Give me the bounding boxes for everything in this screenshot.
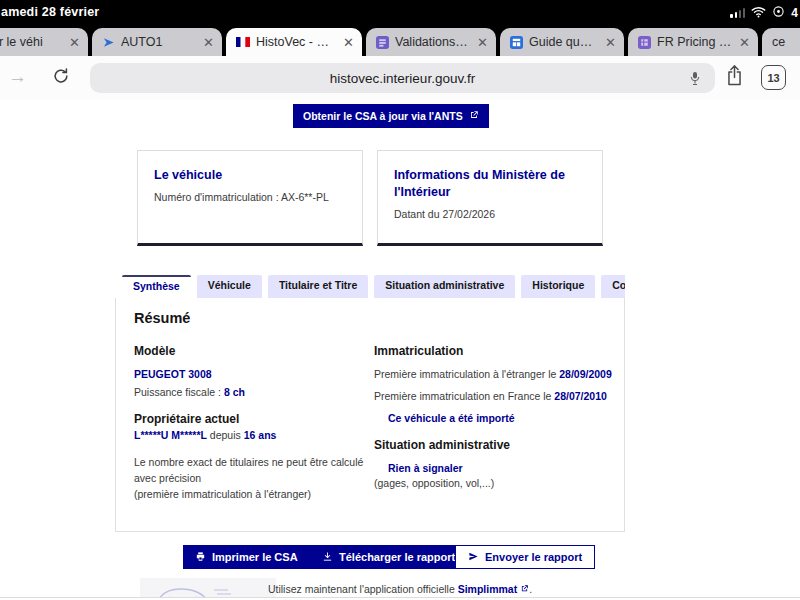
fiscal-power: Puissance fiscale : 8 ch — [134, 386, 366, 398]
confluence-favicon-icon — [510, 36, 523, 49]
tab-controles[interactable]: Contrôles techniques — [601, 275, 625, 298]
tab-overview-button[interactable]: 13 — [761, 65, 786, 90]
close-icon[interactable]: ✕ — [69, 36, 80, 49]
cellular-signal-icon — [730, 7, 745, 18]
owner-name: L*****U M*****L — [134, 429, 207, 441]
immat-line1-date: 28/09/2009 — [559, 368, 612, 380]
owner-years: 16 ans — [244, 429, 277, 441]
owner-line: L*****U M*****L depuis 16 ans — [134, 429, 366, 441]
situation-note: (gages, opposition, vol,...) — [374, 477, 612, 489]
report-tabs: Synthèse Véhicule Titulaire et Titre Sit… — [122, 275, 625, 298]
footer-period: . — [529, 583, 532, 595]
forward-icon[interactable]: → — [8, 66, 27, 88]
ants-csa-button[interactable]: Obtenir le CSA à jour via l'ANTS — [293, 104, 489, 128]
browser-tab-histovec-active[interactable]: HistoVec - Rap ✕ — [226, 28, 362, 56]
browser-tab-label: HistoVec - Rap — [256, 35, 337, 49]
ants-csa-label: Obtenir le CSA à jour via l'ANTS — [303, 110, 463, 122]
send-report-label: Envoyer le rapport — [485, 551, 582, 563]
download-report-label: Télécharger le rapport — [339, 551, 455, 563]
vehicle-card-title: Le véhicule — [154, 167, 346, 184]
external-link-icon — [469, 110, 479, 122]
nothing-to-report-link[interactable]: Rien à signaler — [374, 462, 612, 474]
immat-line1: Première immatriculation à l'étranger le… — [374, 368, 612, 380]
model-name: PEUGEOT 3008 — [134, 368, 366, 380]
owner-heading: Propriétaire actuel — [134, 412, 366, 426]
french-flag-favicon-icon — [236, 37, 250, 47]
model-heading: Modèle — [134, 344, 366, 358]
immat-line2: Première immatriculation en France le 28… — [374, 390, 612, 402]
browser-tab-vehicle[interactable]: icher le véhi ✕ — [0, 28, 88, 56]
browser-chrome: → histovec.interieur.gouv.fr 13 — [0, 56, 800, 100]
tab-synthese[interactable]: Synthèse — [122, 275, 191, 298]
footer-divider — [0, 597, 800, 598]
url-text: histovec.interieur.gouv.fr — [330, 71, 475, 86]
situation-heading: Situation administrative — [374, 438, 612, 452]
browser-tab-strip: icher le véhi ✕ AUTO1 ✕ HistoVec - Rap ✕… — [0, 25, 800, 56]
browser-tab-label: Guide qualité - — [529, 35, 599, 49]
immat-heading: Immatriculation — [374, 344, 612, 358]
report-actions: Imprimer le CSA Télécharger le rapport E… — [0, 545, 800, 569]
browser-tab-validations[interactable]: Validations Qu ✕ — [366, 28, 496, 56]
immat-line1-text: Première immatriculation à l'étranger le — [374, 368, 559, 380]
close-icon[interactable]: ✕ — [739, 36, 750, 49]
summary-right-column: Immatriculation Première immatriculation… — [374, 344, 612, 489]
browser-tab-partial[interactable]: ce ✕ — [762, 28, 800, 56]
close-icon[interactable]: ✕ — [203, 36, 214, 49]
browser-tab-label: FR Pricing Req — [657, 35, 733, 49]
battery-percent: 4 — [791, 6, 798, 20]
jira-favicon-icon — [376, 36, 389, 49]
tab-count: 13 — [767, 72, 779, 84]
immat-line2-date: 28/07/2010 — [554, 390, 607, 402]
status-icons: 4 — [730, 0, 800, 25]
imported-link[interactable]: Ce véhicule a été importé — [374, 412, 612, 424]
print-csa-label: Imprimer le CSA — [212, 551, 298, 563]
summary-left-column: Modèle PEUGEOT 3008 Puissance fiscale : … — [134, 344, 366, 502]
tab-titulaire[interactable]: Titulaire et Titre — [268, 275, 368, 298]
wifi-icon — [751, 4, 766, 22]
footer-text: Utilisez maintenant l'application offici… — [0, 583, 800, 595]
browser-tab-label: icher le véhi — [0, 35, 63, 49]
browser-tab-auto1[interactable]: AUTO1 ✕ — [92, 28, 222, 56]
fiscal-power-value: 8 ch — [224, 386, 245, 398]
browser-tab-label: Validations Qu — [395, 35, 471, 49]
browser-tab-pricing[interactable]: FR Pricing Req ✕ — [628, 28, 758, 56]
jira-favicon-icon — [638, 36, 651, 49]
summary-panel: Résumé Modèle PEUGEOT 3008 Puissance fis… — [115, 298, 625, 532]
send-report-button[interactable]: Envoyer le rapport — [455, 545, 595, 569]
owner-note-line1: Le nombre exact de titulaires ne peut êt… — [134, 455, 366, 487]
vehicle-card-body: Numéro d'immatriculation : AX-6**-PL — [154, 191, 346, 203]
address-bar[interactable]: histovec.interieur.gouv.fr — [90, 63, 715, 93]
ministry-card-body: Datant du 27/02/2026 — [394, 208, 586, 220]
auto1-favicon-icon — [102, 36, 115, 49]
status-date: amedi 28 février — [1, 5, 99, 19]
owner-note-line2: (première immatriculation à l'étranger) — [134, 487, 366, 503]
owner-since-text: depuis — [207, 429, 244, 441]
ministry-card: Informations du Ministère de l'Intérieur… — [377, 150, 603, 246]
external-link-icon — [520, 583, 529, 595]
simplimmat-link[interactable]: Simplimmat — [458, 583, 518, 595]
browser-tab-guide[interactable]: Guide qualité - ✕ — [500, 28, 624, 56]
rotation-lock-icon — [772, 4, 785, 22]
share-icon[interactable] — [725, 64, 744, 91]
fiscal-power-label: Puissance fiscale : — [134, 386, 224, 398]
microphone-icon[interactable] — [689, 70, 701, 91]
browser-tab-label: ce — [772, 35, 800, 49]
summary-title: Résumé — [134, 310, 190, 326]
printer-icon — [195, 551, 206, 564]
ministry-card-title: Informations du Ministère de l'Intérieur — [394, 167, 586, 201]
vehicle-card: Le véhicule Numéro d'immatriculation : A… — [137, 150, 363, 246]
tab-situation[interactable]: Situation administrative — [374, 275, 515, 298]
close-icon[interactable]: ✕ — [477, 36, 488, 49]
download-report-button[interactable]: Télécharger le rapport — [310, 545, 467, 569]
tab-vehicule[interactable]: Véhicule — [197, 275, 262, 298]
close-icon[interactable]: ✕ — [605, 36, 616, 49]
download-icon — [322, 551, 333, 564]
reload-icon[interactable] — [52, 67, 70, 89]
close-icon[interactable]: ✕ — [343, 36, 354, 49]
print-csa-button[interactable]: Imprimer le CSA — [183, 545, 310, 569]
screen: amedi 28 février 4 icher le véhi ✕ AUTO1… — [0, 0, 800, 600]
footer-message: Utilisez maintenant l'application offici… — [268, 583, 458, 595]
tab-historique[interactable]: Historique — [521, 275, 595, 298]
browser-tab-label: AUTO1 — [121, 35, 197, 49]
send-icon — [468, 551, 479, 564]
